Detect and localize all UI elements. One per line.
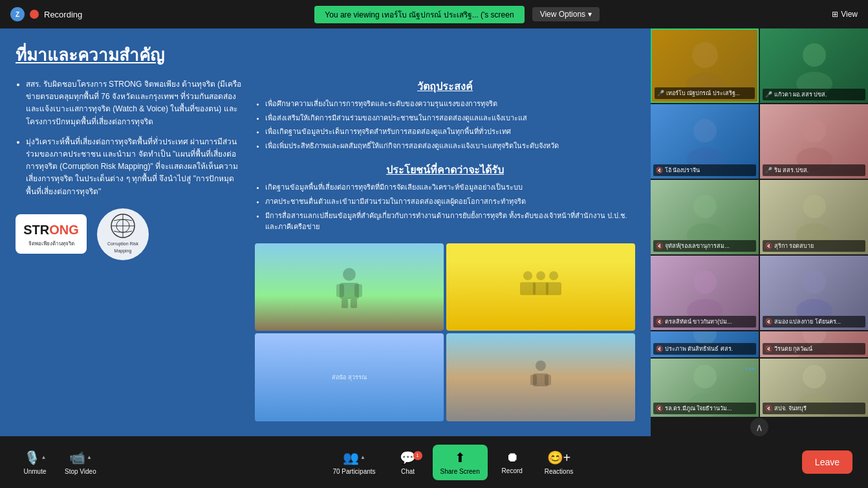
- presentation-slide: ที่มาและความสำคัญ สสร. รับผิดชอบโครงการ …: [0, 28, 651, 436]
- view-button[interactable]: ⊞ View: [832, 10, 858, 19]
- photo-caption-3: ส่อน้อ สุวรรณ: [328, 369, 371, 386]
- objectives-title: วัตถุประสงค์: [255, 78, 635, 94]
- top-bar-left: Z Recording: [10, 7, 82, 21]
- toolbar-left: 🎙️ ▲ Unmute 📹 ▲ Stop Video: [16, 445, 104, 480]
- svg-rect-8: [342, 299, 348, 308]
- mic-off-icon-7: 🔇: [656, 318, 663, 325]
- slide-photo-4: [446, 333, 635, 421]
- svg-point-32: [693, 271, 717, 294]
- unmute-chevron-icon: ▲: [41, 454, 47, 460]
- collapse-row[interactable]: ∧: [651, 418, 868, 436]
- screen-share-banner: You are viewing เทอร์โบ ณัฐปกรณ์ ประเสริ…: [314, 6, 524, 23]
- share-screen-label: Share Screen: [440, 468, 480, 475]
- reactions-label: Reactions: [545, 468, 573, 475]
- unmute-wrapper: 🎙️ ▲ Unmute: [16, 445, 54, 480]
- view-options-button[interactable]: View Options ▾: [532, 7, 600, 21]
- photo-silhouette-2: [446, 243, 635, 331]
- slide-photo-2: [446, 243, 635, 331]
- reactions-wrapper: 😊+ Reactions: [537, 445, 581, 480]
- svg-point-42: [803, 365, 826, 388]
- mic-off-icon-12: 🔇: [765, 405, 772, 412]
- bottom-toolbar: 🎙️ ▲ Unmute 📹 ▲ Stop Video 👥 ▲: [0, 436, 868, 488]
- leave-button[interactable]: Leave: [802, 450, 852, 474]
- participant-tile-2[interactable]: 🎤 แก้วตา ผอ.สสร ปขส.: [760, 28, 868, 103]
- unmute-button[interactable]: 🎙️ ▲ Unmute: [16, 445, 54, 480]
- benefit-1: เกิดฐานข้อมูลพื้นที่เสี่ยงต่อการทุจริตที…: [265, 182, 635, 194]
- svg-point-16: [536, 360, 546, 371]
- participant-name-11: 🔇 รล.ดร.มีภูณ ใจยธีรานวัม...: [653, 403, 756, 414]
- participants-wrapper: 👥 ▲ 70 Participants: [325, 445, 383, 480]
- participant-tile-5[interactable]: 🔇 จุทัสห์(รองเลขานุการสม...: [651, 180, 759, 254]
- camera-icon: 📹: [69, 450, 85, 465]
- participant-tile-9[interactable]: 🔇 ประภาพ ตันสิทธิพันธ์ ศสร.: [651, 331, 759, 357]
- svg-rect-18: [530, 375, 537, 385]
- svg-point-30: [803, 195, 826, 218]
- crm-logo-text: Corruption Risk Mapping: [97, 239, 149, 256]
- participant-tile-12[interactable]: 🔇 สปจ. จันทบุรี: [760, 359, 868, 417]
- slide-right-column: วัตถุประสงค์ เพื่อศึกษาความเสี่ยงในการกา…: [255, 78, 635, 421]
- objective-1: เพื่อศึกษาความเสี่ยงในการการทุจริตและระด…: [265, 98, 635, 110]
- participant-tile-6[interactable]: 🔇 สุริกา รอดสบาย: [760, 180, 868, 254]
- participant-tile-11[interactable]: 🔇 รล.ดร.มีภูณ ใจยธีรานวัม... ⋯: [651, 359, 759, 417]
- benefit-3: มีการสื่อสารแลกเปลี่ยนข้อมูลที่สำคัญเกี่…: [265, 210, 635, 233]
- mic-off-icon-5: 🔇: [656, 243, 663, 249]
- view-label: View: [841, 10, 858, 19]
- view-options-label: View Options: [540, 10, 585, 19]
- benefits-title: ประโยชน์ที่คาดว่าจะได้รับ: [255, 162, 635, 178]
- participant-name-3: 🔇 โอ้ น้องปราจีน: [653, 164, 756, 176]
- record-wrapper: ⏺ Record: [493, 445, 532, 480]
- share-screen-button[interactable]: ⬆ Share Screen: [433, 445, 488, 480]
- unmute-btn-inner: 🎙️ ▲: [24, 450, 47, 465]
- view-options-chevron-icon: ▾: [588, 10, 592, 19]
- participant-tile-3[interactable]: 🔇 โอ้ น้องปราจีน: [651, 104, 759, 179]
- benefits-list: เกิดฐานข้อมูลพื้นที่เสี่ยงต่อการทุจริตที…: [255, 182, 635, 232]
- crm-logo: Corruption Risk Mapping: [97, 208, 149, 260]
- crm-logo-icon: [110, 213, 136, 239]
- participant-tile-10[interactable]: 🔇 วีรนดย กุลวัฒน์: [760, 331, 868, 357]
- slide-logos: STRONG จิตพอเพียงต้านทุจริต: [16, 208, 242, 260]
- participant-tile-4[interactable]: 🎤 ริม สสร.ปขส.: [760, 104, 868, 179]
- chat-wrapper: 💬 Chat 1: [389, 445, 428, 480]
- objectives-section: วัตถุประสงค์ เพื่อศึกษาความเสี่ยงในการกา…: [255, 78, 635, 154]
- objectives-list: เพื่อศึกษาความเสี่ยงในการการทุจริตและระด…: [255, 98, 635, 151]
- participants-button[interactable]: 👥 ▲ 70 Participants: [325, 445, 383, 480]
- participant-tile-7[interactable]: 🔇 ตรลสิทัตน์ ขาวกันทา(ปม...: [651, 256, 759, 330]
- mic-off-icon-11: 🔇: [656, 405, 663, 412]
- slide-title: ที่มาและความสำคัญ: [16, 41, 635, 68]
- participant-tile-8[interactable]: 🔇 สมอง แปลงกาย โต้ยนคร...: [760, 256, 868, 330]
- photo-silhouette-4: [446, 333, 635, 421]
- participant-name-2: 🎤 แก้วตา ผอ.สสร ปขส.: [763, 89, 865, 100]
- photo-silhouette-1: [255, 243, 444, 331]
- svg-point-10: [523, 271, 532, 280]
- participant-name-12: 🔇 สปจ. จันทบุรี: [763, 403, 865, 414]
- svg-point-11: [536, 271, 545, 280]
- svg-rect-15: [546, 282, 561, 295]
- svg-point-34: [803, 271, 826, 294]
- svg-point-12: [549, 271, 558, 280]
- microphone-icon: 🎙️: [24, 450, 40, 465]
- record-button[interactable]: ⏺ Record: [493, 445, 532, 480]
- svg-rect-6: [336, 284, 344, 297]
- zoom-logo-icon: Z: [16, 11, 19, 18]
- participants-icon: 👥: [343, 450, 359, 465]
- more-options-icon[interactable]: ⋯: [744, 362, 755, 375]
- svg-point-28: [693, 195, 717, 218]
- participant-tile-1[interactable]: 🎤 เทอร์โบ ณัฐปกรณ์ ประเสริฐ...: [651, 28, 759, 103]
- stop-video-wrapper: 📹 ▲ Stop Video: [57, 445, 104, 480]
- chat-label: Chat: [401, 468, 415, 475]
- stop-video-button[interactable]: 📹 ▲ Stop Video: [57, 445, 104, 480]
- svg-point-4: [343, 268, 356, 281]
- stop-video-chevron-icon: ▲: [87, 454, 92, 460]
- collapse-button[interactable]: ∧: [750, 418, 768, 436]
- main-content: ที่มาและความสำคัญ สสร. รับผิดชอบโครงการ …: [0, 28, 868, 436]
- strong-logo-text: STRONG: [23, 219, 79, 240]
- share-screen-icon: ⬆: [455, 450, 466, 465]
- share-screen-wrapper: ⬆ Share Screen: [433, 445, 488, 480]
- toolbar-center: 👥 ▲ 70 Participants 💬 Chat 1 ⬆ Share Scr…: [104, 445, 802, 480]
- slide-body: สสร. รับผิดชอบโครงการ STRONG จิตพอเพียง …: [16, 78, 635, 421]
- participants-count: 70: [332, 468, 340, 475]
- mic-off-icon-10: 🔇: [765, 346, 772, 352]
- reactions-button[interactable]: 😊+ Reactions: [537, 445, 581, 480]
- chat-button[interactable]: 💬 Chat: [389, 445, 428, 480]
- slide-photo-grid: ส่อน้อ สุวรรณ: [255, 243, 635, 421]
